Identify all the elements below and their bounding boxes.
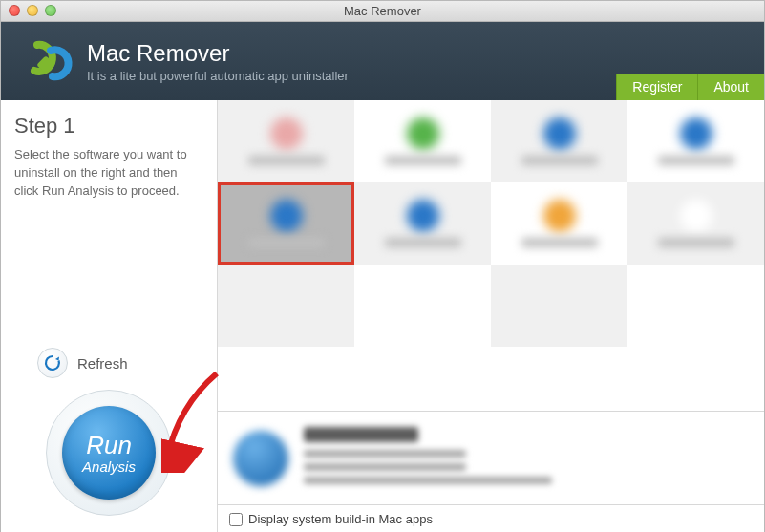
run-analysis-core: Run Analysis <box>62 406 156 500</box>
display-system-apps-checkbox[interactable] <box>229 513 243 526</box>
svg-marker-1 <box>55 357 59 361</box>
app-icon <box>543 117 576 150</box>
run-label-2: Analysis <box>62 459 156 474</box>
app-icon <box>407 200 439 232</box>
app-cell[interactable] <box>218 265 354 347</box>
app-icon <box>270 117 303 150</box>
detail-app-icon <box>233 431 288 486</box>
footer-bar: Display system build-in Mac apps <box>218 504 764 532</box>
app-window: Mac Remover Mac Remover It is a lite but… <box>0 0 765 532</box>
detail-panel <box>218 411 764 504</box>
step-instructions: Select the software you want to uninstal… <box>14 146 203 201</box>
run-analysis-wrap: Run Analysis <box>14 390 203 516</box>
app-icon <box>270 200 303 232</box>
app-cell[interactable] <box>354 182 491 265</box>
run-analysis-button[interactable]: Run Analysis <box>46 390 172 516</box>
app-label <box>385 238 461 247</box>
app-cell[interactable] <box>627 182 764 265</box>
app-body: Step 1 Select the software you want to u… <box>1 100 764 532</box>
app-label <box>521 156 598 165</box>
app-label <box>521 238 598 247</box>
app-cell[interactable] <box>491 100 627 182</box>
detail-line <box>304 450 466 458</box>
app-title: Mac Remover <box>87 40 349 67</box>
refresh-icon <box>37 348 68 378</box>
app-logo-icon <box>18 33 74 89</box>
header-buttons: Register About <box>616 74 764 100</box>
app-cell[interactable] <box>354 100 491 182</box>
app-icon <box>680 117 712 150</box>
app-cell[interactable] <box>491 182 627 265</box>
main-panel: Display system build-in Mac apps <box>218 100 764 532</box>
titlebar: Mac Remover <box>1 1 764 22</box>
close-icon[interactable] <box>9 5 20 16</box>
app-icon <box>680 200 712 232</box>
about-button[interactable]: About <box>697 74 764 100</box>
app-cell[interactable] <box>354 265 491 347</box>
app-grid <box>218 100 764 411</box>
app-header: Mac Remover It is a lite but powerful au… <box>1 22 764 100</box>
detail-line <box>304 463 466 471</box>
register-button[interactable]: Register <box>616 74 697 100</box>
app-icon <box>543 200 576 232</box>
app-label <box>248 238 325 247</box>
detail-app-name <box>304 427 418 442</box>
app-cell[interactable] <box>218 182 354 265</box>
run-label-1: Run <box>62 433 156 458</box>
app-cell[interactable] <box>627 100 764 182</box>
sidebar: Step 1 Select the software you want to u… <box>1 100 218 532</box>
window-title: Mac Remover <box>344 4 421 18</box>
app-subtitle: It is a lite but powerful automatic app … <box>87 69 349 83</box>
step-title: Step 1 <box>14 114 203 138</box>
app-label <box>658 156 734 165</box>
app-label <box>248 156 325 165</box>
app-cell[interactable] <box>491 265 627 347</box>
app-label <box>658 238 734 247</box>
app-icon <box>407 117 439 150</box>
window-controls <box>9 5 56 16</box>
refresh-button[interactable]: Refresh <box>37 348 203 378</box>
detail-text <box>304 427 552 490</box>
app-label <box>385 156 461 165</box>
app-cell[interactable] <box>627 265 764 347</box>
app-cell[interactable] <box>218 100 354 182</box>
minimize-icon[interactable] <box>27 5 38 16</box>
header-text: Mac Remover It is a lite but powerful au… <box>87 40 349 83</box>
refresh-label: Refresh <box>77 355 128 372</box>
zoom-icon[interactable] <box>45 5 56 16</box>
display-system-apps-label: Display system build-in Mac apps <box>248 512 433 526</box>
detail-line <box>304 477 552 484</box>
